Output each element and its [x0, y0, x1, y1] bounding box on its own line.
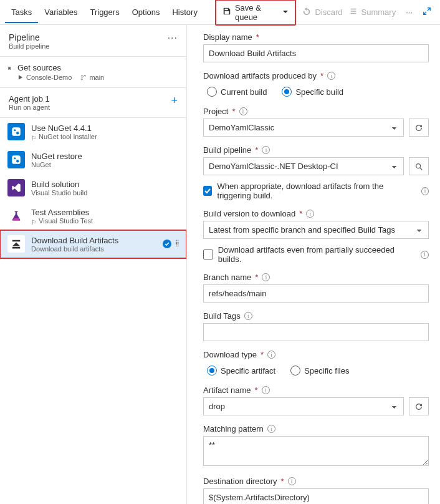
repo-name: Console-Demo — [26, 74, 72, 81]
download-type-label: Download type — [203, 350, 257, 359]
dest-dir-input[interactable] — [203, 488, 429, 504]
build-pipeline-label: Build pipeline — [203, 145, 251, 155]
task-subtitle: Visual Studio build — [31, 189, 179, 196]
task-build-solution[interactable]: Build solution Visual Studio build — [0, 174, 186, 202]
matching-pattern-input[interactable] — [203, 436, 429, 466]
task-test-assemblies[interactable]: Test Assemblies ⚐ Visual Studio Test — [0, 202, 186, 230]
svg-point-6 — [416, 163, 421, 168]
task-form: Display name * Download artifacts produc… — [187, 25, 440, 504]
task-subtitle: NuGet tool installer — [39, 133, 97, 140]
task-title: Use NuGet 4.4.1 — [31, 124, 179, 133]
radio-specific-build[interactable]: Specific build — [282, 87, 343, 97]
more-commands-button[interactable]: ··· — [402, 5, 416, 19]
info-icon[interactable]: i — [262, 146, 270, 154]
task-subtitle: Download build artifacts — [31, 245, 156, 253]
agent-job-subtitle: Run on agent — [9, 104, 50, 111]
tabs: Tasks Variables Triggers Options History — [0, 1, 204, 23]
drag-handle-icon[interactable]: ⠿⠿ — [175, 241, 179, 246]
pipeline-title: Pipeline — [9, 32, 49, 42]
link-icon: ⚐ — [31, 135, 37, 142]
info-icon[interactable]: i — [262, 273, 270, 281]
refresh-button[interactable] — [409, 397, 429, 415]
info-icon[interactable]: i — [288, 477, 296, 485]
task-download-artifacts[interactable]: Download Build Artifacts Download build … — [0, 230, 186, 258]
artifact-name-label: Artifact name — [203, 385, 251, 395]
tab-history[interactable]: History — [166, 1, 203, 23]
svg-point-1 — [14, 129, 16, 131]
build-tags-label: Build Tags — [203, 311, 241, 321]
refresh-button[interactable] — [409, 119, 429, 137]
info-icon[interactable]: i — [421, 187, 429, 195]
flask-icon — [7, 207, 25, 225]
top-tabbar: Tasks Variables Triggers Options History… — [0, 0, 440, 25]
check-icon — [163, 240, 171, 248]
search-button[interactable] — [409, 157, 429, 175]
display-name-label: Display name — [203, 32, 252, 42]
svg-point-4 — [14, 157, 16, 159]
branch-name-input[interactable] — [203, 284, 429, 303]
source-icon: ✦ — [4, 64, 14, 74]
info-icon[interactable]: i — [244, 312, 252, 320]
agent-job-header[interactable]: Agent job 1 Run on agent + — [0, 88, 186, 118]
build-version-select[interactable]: Latest from specific branch and specifie… — [203, 221, 429, 239]
pipeline-more-icon[interactable]: ··· — [168, 32, 178, 44]
chevron-down-icon — [282, 7, 289, 17]
task-nuget-restore[interactable]: NuGet restore NuGet — [0, 146, 186, 174]
tab-tasks[interactable]: Tasks — [5, 1, 38, 23]
repo-icon — [17, 74, 24, 80]
task-title: NuGet restore — [31, 152, 179, 161]
info-icon[interactable]: i — [306, 210, 314, 218]
save-and-queue-button[interactable]: Save & queue — [215, 0, 297, 26]
radio-current-build[interactable]: Current build — [207, 87, 267, 97]
task-subtitle: NuGet — [31, 161, 179, 168]
tab-triggers[interactable]: Triggers — [84, 1, 125, 23]
info-icon[interactable]: i — [262, 386, 270, 394]
repo-tag: Console-Demo — [17, 74, 72, 81]
task-title: Test Assemblies — [31, 208, 179, 217]
task-subtitle: Visual Studio Test — [39, 217, 93, 225]
vs-icon — [7, 179, 25, 196]
branch-name: main — [89, 74, 104, 81]
partial-succeeded-checkbox[interactable] — [203, 250, 213, 259]
save-icon — [222, 7, 231, 17]
tab-options[interactable]: Options — [126, 1, 166, 23]
add-task-button[interactable]: + — [171, 94, 178, 107]
branch-name-label: Branch name — [203, 273, 251, 282]
nuget-icon — [7, 123, 25, 140]
download-icon — [7, 235, 25, 253]
info-icon[interactable]: i — [239, 107, 247, 115]
svg-rect-3 — [12, 155, 21, 164]
get-sources[interactable]: ✦ Get sources Console-Demo main — [0, 57, 186, 88]
task-use-nuget[interactable]: Use NuGet 4.4.1 ⚐ NuGet tool installer — [0, 118, 186, 146]
list-icon — [349, 7, 358, 17]
left-panel: Pipeline Build pipeline ··· ✦ Get source… — [0, 25, 187, 504]
project-select[interactable]: DemoYamlClassic — [203, 119, 404, 137]
svg-point-2 — [16, 132, 19, 135]
info-icon[interactable]: i — [267, 425, 275, 433]
matching-pattern-label: Matching pattern — [203, 424, 264, 434]
svg-point-5 — [16, 160, 19, 163]
info-icon[interactable]: i — [327, 72, 335, 80]
radio-specific-artifact[interactable]: Specific artifact — [207, 366, 275, 376]
build-pipeline-select[interactable]: DemoYamlClassic-.NET Desktop-CI — [203, 157, 404, 175]
artifact-name-select[interactable]: drop — [203, 397, 404, 415]
project-label: Project — [203, 107, 228, 116]
info-icon[interactable]: i — [267, 351, 275, 359]
info-icon[interactable]: i — [421, 251, 429, 259]
triggering-build-label: When appropriate, download artifacts fro… — [217, 182, 416, 200]
expand-icon[interactable] — [423, 7, 431, 17]
link-icon: ⚐ — [31, 219, 37, 226]
undo-icon — [302, 7, 311, 17]
radio-specific-files[interactable]: Specific files — [290, 366, 349, 376]
triggering-build-checkbox[interactable] — [203, 186, 212, 196]
tab-variables[interactable]: Variables — [38, 1, 84, 23]
display-name-input[interactable] — [203, 44, 429, 62]
pipeline-subtitle: Build pipeline — [9, 42, 49, 50]
svg-rect-0 — [12, 127, 21, 136]
nuget-icon — [7, 151, 25, 168]
agent-job-title: Agent job 1 — [9, 94, 50, 104]
pipeline-header[interactable]: Pipeline Build pipeline ··· — [0, 25, 186, 57]
dest-dir-label: Destination directory — [203, 477, 277, 486]
build-tags-input[interactable] — [203, 323, 429, 341]
get-sources-title: Get sources — [17, 63, 178, 72]
